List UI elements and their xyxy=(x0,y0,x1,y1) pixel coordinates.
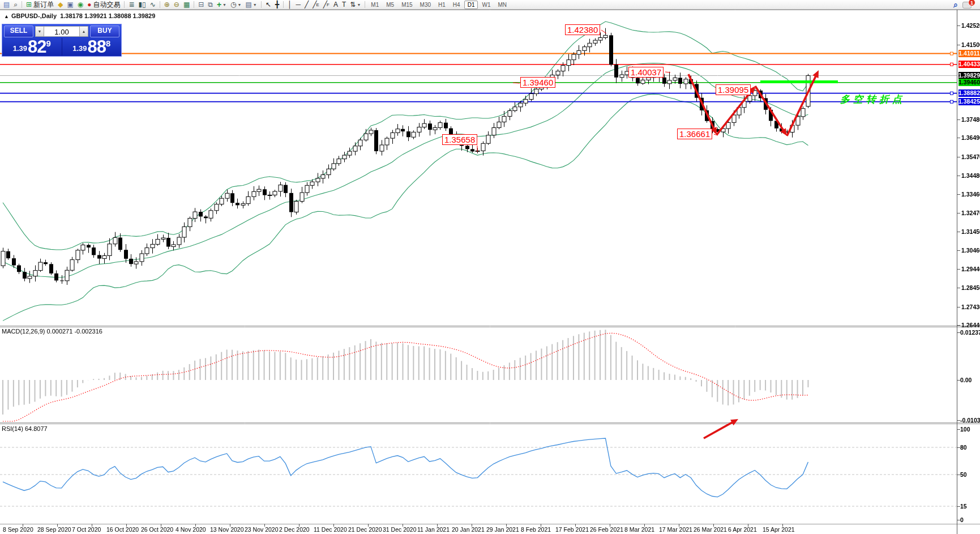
price-annotation-label[interactable]: 1.42380 xyxy=(565,24,600,35)
autotrading-icon: ● xyxy=(87,1,91,8)
zoom-in-button[interactable]: ⊕ xyxy=(162,1,172,9)
text-button[interactable]: A xyxy=(332,1,340,9)
arrows-button[interactable]: ⇅▼ xyxy=(348,1,362,9)
toolbar-separator xyxy=(22,1,22,8)
add-indicator-icon: + xyxy=(217,1,221,8)
cascade-button[interactable]: ⧉ xyxy=(206,1,215,9)
buy-price: 1.39888 xyxy=(62,38,122,55)
price-annotation-label[interactable]: 1.36661 xyxy=(677,129,712,139)
price-level-badge: 1.38425 xyxy=(958,98,980,105)
chart-window-icon: ▤ xyxy=(3,1,10,8)
price-annotation-label[interactable]: 1.39095 xyxy=(716,84,751,95)
text-icon: A xyxy=(333,1,338,8)
terminal-button[interactable]: ▣ xyxy=(65,1,75,9)
price-axis-tick: 1.31450 xyxy=(961,228,980,235)
toolbar-separator xyxy=(261,1,262,8)
profile-button[interactable]: ⌕ xyxy=(12,1,19,9)
macd-indicator-label: MACD(12,26,9) 0.000271 -0.002316 xyxy=(2,328,102,335)
metaeditor-icon: ◆ xyxy=(58,1,63,8)
volume-value[interactable]: 1.00 xyxy=(44,26,79,37)
indicators-button[interactable]: +▼ xyxy=(215,1,228,9)
price-axis-tick: 1.32470 xyxy=(961,210,980,216)
date-axis-label: 8 Feb 2021 xyxy=(521,526,551,533)
price-level-badge: 1.41011 xyxy=(958,50,980,57)
new-chart-button[interactable]: ▤ xyxy=(2,1,11,9)
price-annotation-label[interactable]: 1.39460 xyxy=(520,77,555,88)
equidistant-channel-icon-suffix: E xyxy=(316,1,319,9)
date-axis-label: 17 Mar 2021 xyxy=(659,526,692,533)
periods-button[interactable]: ◷▼ xyxy=(229,1,243,9)
sounds-button[interactable]: ◉ xyxy=(76,1,85,9)
price-axis-tick: 1.34480 xyxy=(961,172,980,179)
sell-button[interactable]: SELL xyxy=(4,25,33,37)
date-axis-label: 21 Dec 2020 xyxy=(348,526,382,533)
chevron-down-icon: ▼ xyxy=(222,1,226,9)
toolbar-right-group: ⌕1 xyxy=(953,0,978,10)
price-axis-tick: 1.41500 xyxy=(961,41,980,48)
volume-stepper: ▼ 1.00 ▲ xyxy=(35,26,88,37)
timeframe-button-m1[interactable]: M1 xyxy=(367,1,382,9)
auto-arrange-button[interactable]: ⊟ xyxy=(196,1,206,9)
horizontal-line-button[interactable]: ─ xyxy=(294,1,303,9)
text-label-button[interactable]: T xyxy=(340,1,348,9)
bull-bear-turning-point-note[interactable]: 多空转折点 xyxy=(840,93,905,106)
chart-title: ▲GBPUSD-,Daily 1.38178 1.39921 1.38088 1… xyxy=(4,12,155,19)
date-axis-label: 15 Apr 2021 xyxy=(763,526,795,533)
volume-down-button[interactable]: ▼ xyxy=(35,26,44,37)
date-axis-label: 4 Nov 2020 xyxy=(176,526,206,533)
volume-up-button[interactable]: ▲ xyxy=(79,26,88,37)
date-axis-label: 7 Oct 2020 xyxy=(72,526,101,533)
toolbar-separator xyxy=(124,1,125,8)
toolbar-separator xyxy=(365,1,365,8)
indicator-axis-tick: 80 xyxy=(960,444,967,451)
notifications-button[interactable]: 1 xyxy=(962,1,975,9)
trendline-button[interactable]: ╱ xyxy=(303,1,310,9)
zoom-out-button[interactable]: ⊖ xyxy=(172,1,181,9)
chevron-down-icon: ▼ xyxy=(357,1,361,9)
new-order-button[interactable]: ⊞新订单 xyxy=(24,1,55,9)
channel-button[interactable]: ╱E xyxy=(311,1,321,9)
timeframe-button-m5[interactable]: M5 xyxy=(383,1,397,9)
price-annotation-label[interactable]: 1.40037 xyxy=(628,67,664,78)
cursor-button[interactable]: ↖ xyxy=(264,1,273,9)
fibonacci-button[interactable]: ╱F xyxy=(322,1,331,9)
timeframe-button-mn[interactable]: MN xyxy=(494,1,510,9)
candlestick-chart-button[interactable]: ▮▯ xyxy=(137,1,148,9)
price-axis-tick: 1.26440 xyxy=(961,322,980,328)
vertical-line-button[interactable]: │ xyxy=(286,1,294,9)
metaeditor-button[interactable]: ◆ xyxy=(56,1,65,9)
line-chart-button[interactable]: ∿ xyxy=(148,1,157,9)
sell-price: 1.39829 xyxy=(2,38,62,55)
timeframe-button-d1[interactable]: D1 xyxy=(464,1,478,9)
autotrading-button[interactable]: ●自动交易 xyxy=(85,1,122,9)
date-axis-label: 8 Mar 2021 xyxy=(624,526,654,533)
indicator-axis-tick: 50 xyxy=(960,471,967,478)
timeframe-button-h4[interactable]: H4 xyxy=(450,1,464,9)
price-annotation-label[interactable]: 1.35658 xyxy=(442,134,477,145)
crosshair-button[interactable]: ╋ xyxy=(273,1,281,9)
timeframe-button-w1[interactable]: W1 xyxy=(478,1,494,9)
notification-badge: 1 xyxy=(968,0,975,6)
timeframe-button-m30[interactable]: M30 xyxy=(417,1,434,9)
search-icon[interactable]: ⌕ xyxy=(953,0,958,10)
toolbar-separator xyxy=(283,1,284,8)
zoom-out-icon: ⊖ xyxy=(174,1,179,8)
price-chart-canvas[interactable] xyxy=(0,0,980,534)
date-axis-label: 28 Sep 2020 xyxy=(37,526,71,533)
indicator-axis-tick: 100 xyxy=(960,426,970,433)
chevron-down-icon: ▼ xyxy=(238,1,242,9)
date-axis-label: 6 Apr 2021 xyxy=(728,526,757,533)
templates-button[interactable]: ▤▼ xyxy=(243,1,258,9)
price-axis-tick: 1.37480 xyxy=(961,116,980,123)
tile-windows-button[interactable]: ▦ xyxy=(182,1,191,9)
new-order-button-label: 新订单 xyxy=(33,1,54,9)
template-icon: ▤ xyxy=(245,1,251,8)
timeframe-button-h1[interactable]: H1 xyxy=(435,1,449,9)
bar-chart-button[interactable]: ≣ xyxy=(127,1,136,9)
timeframe-button-m15[interactable]: M15 xyxy=(398,1,416,9)
date-axis-label: 13 Nov 2020 xyxy=(210,526,244,533)
arrow-objects-icon: ⇅ xyxy=(350,1,356,8)
price-axis-tick: 1.33460 xyxy=(961,191,980,198)
buy-button[interactable]: BUY xyxy=(90,25,119,37)
cascade-windows-icon: ⧉ xyxy=(208,1,213,8)
